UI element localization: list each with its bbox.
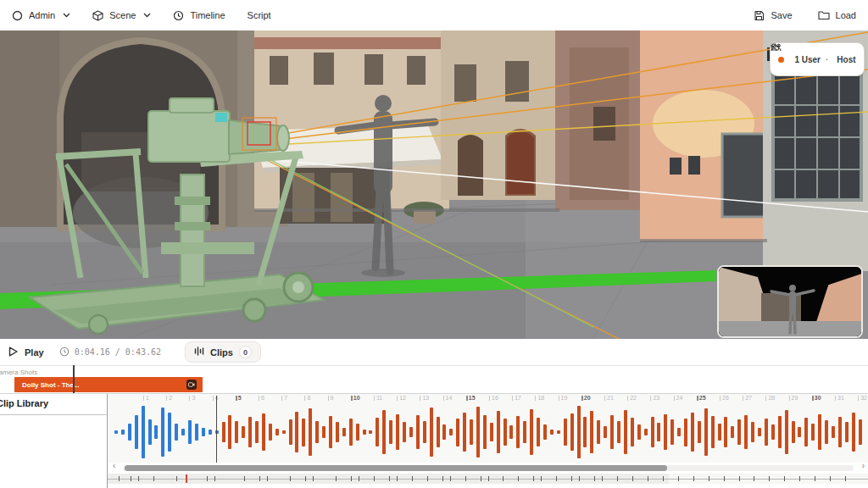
timecode-value: 0:04.16 / 0:43.62 xyxy=(75,347,161,357)
waveform-bar xyxy=(610,415,614,449)
host-button[interactable]: Host xyxy=(833,55,855,64)
waveform-bar xyxy=(744,415,748,450)
waveform-bar xyxy=(202,428,205,436)
overview-tick xyxy=(153,476,154,481)
admin-menu-button[interactable]: Admin xyxy=(12,10,70,21)
ruler-label: 13 xyxy=(422,395,429,401)
timeline-button-label: Timeline xyxy=(190,10,225,20)
waveform-bar xyxy=(295,412,298,452)
overview-position-marker[interactable] xyxy=(186,474,187,483)
ruler-label: 26 xyxy=(722,395,729,401)
overview-tick xyxy=(693,476,694,481)
ruler-tick xyxy=(189,396,190,401)
viewport-3d-scene[interactable]: 1 User · Host xyxy=(0,30,868,339)
track-playhead[interactable] xyxy=(73,365,75,393)
waveform-bar xyxy=(248,417,252,447)
timeline-button[interactable]: Timeline xyxy=(173,10,225,21)
waveform-bar xyxy=(168,413,171,452)
scroll-right-arrow[interactable]: › xyxy=(862,461,865,471)
clock-icon xyxy=(59,347,70,358)
script-button[interactable]: Script xyxy=(248,10,271,20)
waveform-bar xyxy=(409,427,413,437)
waveform-bar xyxy=(483,415,487,449)
ruler-tick xyxy=(304,396,305,401)
waveform-bar xyxy=(811,424,815,441)
waveform-bar xyxy=(677,428,681,436)
playback-bar: Play 0:04.16 / 0:43.62 Clips 0 xyxy=(0,339,868,366)
waveform-bar xyxy=(684,419,687,446)
scrollbar-thumb[interactable] xyxy=(125,465,667,471)
waveform-bar xyxy=(852,413,855,452)
scroll-left-arrow[interactable]: ‹ xyxy=(113,461,115,471)
play-button[interactable]: Play xyxy=(8,347,44,358)
waveform-bar xyxy=(859,419,862,445)
ruler-tick xyxy=(259,396,259,401)
waveform-bar xyxy=(376,418,379,446)
waveform-bars xyxy=(114,403,863,461)
waveform-bar xyxy=(825,420,828,444)
overview-tick xyxy=(617,476,618,481)
overview-tick xyxy=(541,476,542,481)
waveform-bar xyxy=(771,424,775,440)
overview-tick xyxy=(138,476,139,481)
waveform-bar xyxy=(590,411,593,453)
overview-tick xyxy=(533,476,534,481)
waveform-bar xyxy=(289,419,292,445)
waveform-bar xyxy=(315,421,319,443)
waveform-bar xyxy=(222,422,225,441)
waveform-bar xyxy=(181,429,185,435)
overview-tick xyxy=(351,476,352,481)
overview-tick xyxy=(754,476,754,481)
ruler-label: 6 xyxy=(261,395,264,401)
clips-button[interactable]: Clips 0 xyxy=(185,341,261,363)
overview-tick xyxy=(290,476,291,481)
ruler-tick xyxy=(236,396,237,401)
timecode-display: 0:04.16 / 0:43.62 xyxy=(59,347,161,358)
waveform-bar xyxy=(509,425,513,440)
overview-tick xyxy=(784,476,785,481)
waveform-bar xyxy=(356,424,359,441)
overview-tick xyxy=(131,476,131,481)
admin-icon xyxy=(12,10,23,21)
scene-menu-button[interactable]: Scene xyxy=(92,10,151,21)
overview-tick xyxy=(518,476,519,481)
waveform-bar xyxy=(691,413,694,452)
ruler-label: 2 xyxy=(169,395,172,401)
timeline-scrollbar: ‹ › xyxy=(108,463,868,473)
ruler-tick xyxy=(812,396,814,401)
timeline-overview-strip[interactable] xyxy=(108,474,868,484)
waveform-bar xyxy=(778,416,782,448)
ruler-tick xyxy=(697,396,698,401)
script-button-label: Script xyxy=(248,10,271,20)
overview-tick xyxy=(442,476,443,481)
overview-tick xyxy=(571,476,572,481)
ruler-label: 3 xyxy=(192,395,195,401)
ruler-label: 27 xyxy=(745,395,752,401)
audio-waveform-timeline[interactable]: 1234567891011121314151617181920212223242… xyxy=(108,394,868,463)
chevron-down-icon xyxy=(143,13,151,18)
clock-icon xyxy=(173,10,184,21)
overview-tick xyxy=(579,476,580,481)
waveform-bar xyxy=(724,417,727,447)
ruler-tick xyxy=(213,396,214,401)
overview-tick xyxy=(799,476,800,481)
waveform-bar xyxy=(175,424,178,441)
waveform-bar xyxy=(382,410,386,453)
dolly-shot-clip[interactable]: Dolly Shot - The... xyxy=(14,377,203,392)
ruler-label: 11 xyxy=(376,395,382,401)
ruler-label: 20 xyxy=(584,395,591,401)
waveform-playhead[interactable] xyxy=(216,396,217,463)
waveform-bar xyxy=(644,429,648,435)
waveform-bar xyxy=(430,408,433,457)
ruler-label: 29 xyxy=(792,395,798,401)
ruler-label: 17 xyxy=(515,395,521,401)
ruler-tick xyxy=(765,396,766,401)
overview-tick xyxy=(769,476,770,481)
admin-menu-label: Admin xyxy=(29,10,55,20)
load-button[interactable]: Load xyxy=(818,10,856,20)
ruler-tick xyxy=(604,396,605,401)
save-button[interactable]: Save xyxy=(754,10,792,21)
camera-preview-pip[interactable] xyxy=(717,265,863,338)
overview-tick xyxy=(176,476,177,481)
ruler-tick xyxy=(581,396,583,401)
